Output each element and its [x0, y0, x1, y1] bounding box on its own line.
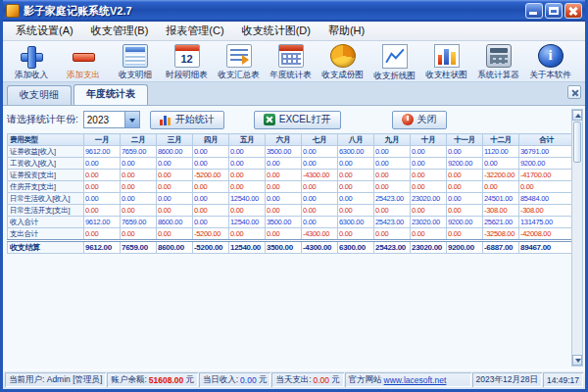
menu-bar: 系统设置(A)收支管理(B)报表管理(C)收支统计图(D)帮助(H)	[3, 22, 585, 41]
table-cell: 0.00	[302, 205, 338, 217]
table-cell: -4300.00	[302, 170, 338, 181]
today-expense-unit: 元	[331, 374, 340, 386]
table-cell: 0.00	[193, 158, 229, 170]
table-row: 证券投资[支出]0.000.000.00-5200.000.000.00-430…	[8, 170, 574, 181]
column-header: 八月	[338, 134, 374, 146]
table-cell: 0.00	[374, 170, 411, 181]
menu-help[interactable]: 帮助(H)	[319, 22, 373, 40]
excel-open-button[interactable]: EXCEL打开	[254, 111, 341, 129]
vertical-scrollbar[interactable]	[571, 109, 583, 367]
table-cell: 25621.00	[483, 217, 519, 228]
table-cell: 0.00	[374, 158, 411, 170]
toolbar-button-line-chart[interactable]: 收支折线图	[368, 42, 420, 81]
time-text: 14:49:17	[547, 375, 579, 385]
minimize-button[interactable]	[525, 3, 543, 19]
toolbar-button-bar-chart[interactable]: 收支柱状图	[420, 42, 472, 81]
excel-icon	[264, 114, 275, 125]
tab-income-expense-detail[interactable]: 收支明细	[7, 85, 72, 105]
website-link[interactable]: www.lacesoft.net	[384, 375, 447, 385]
table-cell: 0.00	[193, 193, 229, 205]
chevron-down-icon	[129, 119, 135, 122]
table-row: 证券收益[收入]9612.007659.008600.000.000.00350…	[8, 146, 574, 158]
table-cell: 25423.00	[374, 193, 411, 205]
table-cell: -5200.00	[193, 241, 229, 254]
column-header: 六月	[266, 134, 302, 146]
table-cell: 0.00	[121, 205, 157, 217]
combo-dropdown-button[interactable]	[124, 112, 139, 127]
table-cell: 0.00	[302, 181, 338, 193]
table-cell: 9200.00	[519, 158, 574, 170]
toolbar-button-add-expense[interactable]: 添加支出	[57, 42, 109, 81]
tab-strip: 收支明细年度统计表	[7, 84, 150, 105]
table-cell: 0.00	[84, 228, 121, 241]
toolbar-button-label: 添加支出	[66, 69, 99, 80]
statusbar-website: 官方网站 www.lacesoft.net	[345, 372, 471, 387]
table-cell: -308.00	[519, 205, 574, 217]
tab-close-button[interactable]	[567, 85, 581, 99]
table-cell: 0.00	[193, 146, 229, 158]
column-header: 一月	[84, 134, 121, 146]
table-cell: 89467.00	[519, 241, 574, 254]
table-cell: 0.00	[121, 228, 157, 241]
toolbar-button-year-table[interactable]: 年度统计表	[265, 42, 317, 81]
menu-statistics-charts[interactable]: 收支统计图(D)	[233, 22, 319, 40]
table-cell: 36791.00	[519, 146, 574, 158]
statusbar-time: 14:49:17	[543, 372, 583, 387]
table-cell: 1120.00	[483, 146, 519, 158]
table-cell: 0.00	[157, 181, 193, 193]
table-header-row: 费用类型一月二月三月四月五月六月七月八月九月十月十一月十二月合计	[8, 134, 574, 146]
start-statistics-button[interactable]: 开始统计	[150, 111, 224, 129]
title-bar[interactable]: 影子家庭记账系统V2.7	[3, 0, 585, 22]
table-row: 住房开支[支出]0.000.000.000.000.000.000.000.00…	[8, 181, 574, 193]
tab-annual-statistics-table[interactable]: 年度统计表	[74, 84, 148, 105]
balance-value: 51608.00	[149, 375, 183, 385]
menu-income-expense-management[interactable]: 收支管理(B)	[82, 22, 158, 40]
table-cell: 7659.00	[121, 146, 157, 158]
column-header: 十一月	[447, 134, 483, 146]
column-header: 三月	[157, 134, 193, 146]
arrow-down-icon	[575, 359, 581, 363]
menu-report-management[interactable]: 报表管理(C)	[157, 22, 232, 40]
table-cell: 6300.00	[338, 241, 374, 254]
table-cell: 0.00	[193, 217, 229, 228]
toolbar-button-label: 年度统计表	[270, 69, 312, 80]
row-label: 日常生活收入[收入]	[8, 193, 84, 205]
window-controls	[525, 3, 582, 19]
column-header: 四月	[193, 134, 229, 146]
maximize-button[interactable]	[545, 3, 563, 19]
table-cell: 0.00	[266, 193, 302, 205]
statusbar-current-user: 当前用户: Admin [管理员]	[5, 372, 106, 387]
table-cell: 25423.00	[374, 241, 411, 254]
table-cell: 23020.00	[411, 241, 447, 254]
toolbar-button-add-income[interactable]: 添加收入	[5, 42, 57, 81]
column-header: 十月	[411, 134, 447, 146]
statusbar-date: 2023年12月28日	[472, 372, 542, 387]
close-window-button[interactable]	[564, 3, 582, 19]
toolbar-button-summary-report[interactable]: 收支汇总表	[213, 42, 265, 81]
menu-system-settings[interactable]: 系统设置(A)	[7, 22, 82, 40]
toolbar-button-about-info[interactable]: 关于本软件	[524, 42, 576, 81]
toolbar-button-calculator[interactable]: 系统计算器	[472, 42, 524, 81]
table-row: 日常生活收入[收入]0.000.000.000.0012540.000.000.…	[8, 193, 574, 205]
close-tab-button[interactable]: 关闭	[392, 111, 447, 129]
table-cell: 0.00	[447, 181, 483, 193]
column-header: 五月	[229, 134, 266, 146]
annual-statistics-table: 费用类型一月二月三月四月五月六月七月八月九月十月十一月十二月合计证券收益[收入]…	[7, 133, 574, 254]
table-cell: -32508.00	[483, 228, 519, 241]
table-cell: 0.00	[84, 181, 121, 193]
scrollbar-thumb[interactable]	[573, 122, 581, 163]
scroll-up-button[interactable]	[572, 110, 582, 121]
toolbar-button-detail-list[interactable]: 收支明细	[109, 42, 161, 81]
year-combobox[interactable]: 2023	[83, 111, 140, 128]
scroll-down-button[interactable]	[572, 355, 582, 366]
toolbar: 添加收入添加支出收支明细12时段明细表收支汇总表年度统计表收支成份图收支折线图收…	[3, 41, 585, 82]
table-row: 日常生活开支[支出]0.000.000.000.000.000.000.000.…	[8, 205, 574, 217]
toolbar-button-calendar-12[interactable]: 12时段明细表	[161, 42, 213, 81]
table-cell: 0.00	[229, 181, 266, 193]
table-cell: 9612.00	[84, 241, 121, 254]
table-row: 工资收入[收入]0.000.000.000.000.000.000.000.00…	[8, 158, 574, 170]
table-row: 收入合计9612.007659.008600.000.0012540.00350…	[8, 217, 574, 228]
toolbar-button-pie-chart[interactable]: 收支成份图	[317, 42, 368, 81]
table-cell: 9200.00	[447, 158, 483, 170]
summary-report-icon	[226, 44, 252, 68]
